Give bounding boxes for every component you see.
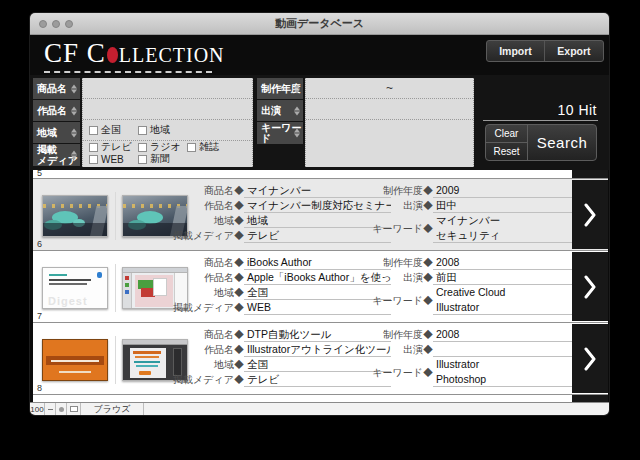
open-record-button[interactable] [572,180,608,249]
plus-icon [59,407,64,412]
checkbox-tv[interactable] [89,143,98,152]
thumbnail-divider [115,192,116,240]
thumbnail-video-frame-1[interactable]: Digest [42,267,108,309]
zoom-out-button[interactable] [45,403,56,415]
field-label-year: 制作年度◆ [353,183,433,198]
field-label-cast: 出演◆ [353,342,433,357]
field-value-year[interactable]: 2009 [433,183,573,198]
chevron-column [572,170,608,178]
sort-icon[interactable] [71,106,77,115]
media-checkbox-rows: テレビ ラジオ 雑誌 WEB 新聞 [83,141,252,165]
field-label-region: 地域◆ [144,285,244,300]
field-label-cast: 出演◆ [353,270,433,285]
sort-icon[interactable] [294,106,300,115]
field-label-keyword: キーワード◆ [353,357,433,387]
field-value-keyword[interactable]: Creative CloudIllustrator [433,285,573,315]
field-label-product: 商品名◆ [144,327,244,342]
window-titlebar[interactable]: 動画データベース [30,13,609,35]
field-label-work: 作品名◆ [144,270,244,285]
partial-record-5: 5 [33,170,608,178]
record-number: 7 [37,311,42,321]
record-row-6[interactable]: 6 商品名◆マイナンバー 作品名◆マイナンバー制度対応セミナー 地域◆地域 掲載… [33,178,608,250]
app-header: CF CLLECTION Import Export [30,35,609,75]
field-label-work: 作品名◆ [144,342,244,357]
product-name-input[interactable] [83,78,252,99]
record-row-7[interactable]: 7 Digest 商品名◆iBooks Author 作品名◆Apple「iBo… [33,250,608,322]
record-row-8[interactable]: 8 商品名◆DTP自動化ツール 作品名◆Illustratorアウトライン化ツー… [33,322,608,394]
product-name-sort-header[interactable]: 商品名 [33,78,80,99]
checkbox-web[interactable] [89,155,98,164]
keyword-input[interactable] [306,120,473,165]
field-value-cast[interactable]: 前田 [433,270,573,285]
thumbnail-video-frame-1[interactable] [42,339,108,381]
field-label-media: 掲載メディア◆ [144,372,244,387]
field-label-media: 掲載メディア◆ [144,228,244,243]
sort-icon[interactable] [71,151,77,160]
sort-icon[interactable] [71,84,77,93]
region-sort-header[interactable]: 地域 [33,122,80,143]
checkbox-zenkoku[interactable] [89,126,98,135]
checkbox-radio[interactable] [138,143,147,152]
work-name-sort-header[interactable]: 作品名 [33,100,80,121]
minus-icon [48,409,53,410]
import-export-group: Import Export [486,40,604,62]
field-value-keyword[interactable]: IllustratorPhotoshop [433,357,573,387]
search-button[interactable]: Search [528,125,596,160]
work-name-input[interactable] [83,99,252,120]
field-label-keyword: キーワード◆ [353,285,433,315]
year-sort-header[interactable]: 制作年度 [257,78,303,99]
sort-icon[interactable] [294,129,300,138]
clear-button[interactable]: Clear [486,125,528,143]
thumbnail-video-frame-1[interactable] [42,195,108,237]
window-title: 動画データベース [30,13,609,35]
field-label-region: 地域◆ [144,213,244,228]
sort-icon[interactable] [294,84,300,93]
field-label-product: 商品名◆ [144,255,244,270]
field-value-year[interactable]: 2008 [433,327,573,342]
field-value-cast[interactable] [433,342,573,357]
export-button[interactable]: Export [545,41,603,61]
reset-button[interactable]: Reset [486,143,528,161]
mode-popup-browse[interactable]: ブラウズ [81,403,143,415]
record-list: 5 6 商品名◆マイナンバー 作品名◆マイナンバー制度対応セミナー 地域◆地域 … [33,170,608,402]
partial-record-9 [33,394,608,402]
field-label-year: 制作年度◆ [353,255,433,270]
checkbox-chiiki[interactable] [138,126,147,135]
logo-dashed-underline [44,71,212,73]
search-form: 商品名 作品名 地域 掲載メディア [30,75,609,170]
open-record-button[interactable] [572,252,608,321]
field-value-cast[interactable]: 田中 [433,198,573,213]
field-value-keyword[interactable]: マイナンバーセキュリティ [433,213,573,243]
sort-icon[interactable] [71,128,77,137]
logo-red-o-icon [107,47,118,63]
field-label-keyword: キーワード◆ [353,213,433,243]
cast-input[interactable] [306,99,473,120]
result-panel: 10 Hit Clear Reset Search [477,75,598,170]
thumbnail-divider [115,336,116,384]
desktop-background: 動画データベース CF CLLECTION Import Export 商品名 … [0,0,640,460]
cast-sort-header[interactable]: 出演 [257,100,303,121]
year-range-input[interactable]: ~ [306,78,473,99]
field-label-year: 制作年度◆ [353,327,433,342]
media-sort-header[interactable]: 掲載メディア [33,144,80,166]
chevron-right-icon [583,203,597,227]
chevron-right-icon [583,275,597,299]
field-label-region: 地域◆ [144,357,244,372]
checkbox-magazine[interactable] [187,143,196,152]
toolbar-toggle-button[interactable] [67,403,81,415]
region-checkbox-row: 全国 地域 [83,120,252,141]
zoom-in-button[interactable] [56,403,67,415]
zoom-level[interactable]: 100 [30,403,45,415]
keyword-sort-header[interactable]: キーワード [257,122,303,144]
status-toolbar: 100 ブラウズ [30,402,609,415]
field-label-media: 掲載メディア◆ [144,300,244,315]
thumbnail-divider [115,264,116,312]
import-button[interactable]: Import [487,41,545,61]
open-record-button[interactable] [572,324,608,393]
record-number: 6 [37,239,42,249]
record-number: 5 [37,170,42,178]
field-value-year[interactable]: 2008 [433,255,573,270]
statusbar-empty-area [144,403,609,415]
search-button-group: Clear Reset Search [485,124,597,161]
checkbox-newspaper[interactable] [138,155,147,164]
